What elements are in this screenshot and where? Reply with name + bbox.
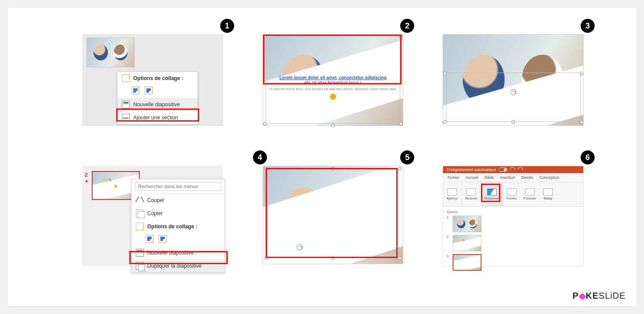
logo-p: P <box>572 291 578 300</box>
highlight-top-crop <box>263 35 402 84</box>
autosave-toggle[interactable] <box>499 167 507 172</box>
slide-canvas <box>263 166 404 264</box>
thumb-number: 1 <box>447 216 450 220</box>
transition-push-icon <box>525 188 535 195</box>
ribbon-apercu[interactable]: Aperçu <box>443 182 461 206</box>
bullet-dot-icon <box>114 185 117 188</box>
scissors-icon <box>136 196 144 204</box>
thumb-number: 3 <box>447 254 450 258</box>
ribbon-fondu[interactable]: Fondu <box>503 182 520 206</box>
highlight-morphose <box>481 184 500 202</box>
titlebar: Enregistrement automatique <box>443 166 583 173</box>
paste-options-icons <box>118 85 197 98</box>
transition-wipe-icon <box>543 188 553 195</box>
step-badge-4: 4 <box>253 150 267 164</box>
thumb-row-2[interactable]: 2 <box>447 235 580 251</box>
brand-logo: PKESLiDE <box>572 291 626 301</box>
copy-icon <box>136 209 144 217</box>
selection-outline <box>446 73 581 122</box>
step-4: 4 2 ★ Couper <box>82 166 223 284</box>
ribbon-aucune[interactable]: Aucune <box>462 182 481 206</box>
resize-handle[interactable] <box>580 120 583 124</box>
step-3: 3 <box>443 34 584 153</box>
ribbon-fondu-label: Fondu <box>506 196 516 200</box>
slide-canvas <box>443 34 584 126</box>
logo-diamond-icon <box>578 293 586 300</box>
resize-handle[interactable] <box>263 122 267 126</box>
preview-icon <box>447 188 457 195</box>
clipboard-icon <box>122 74 130 82</box>
clipboard-icon <box>136 223 144 230</box>
paste-options-label: Options de collage : <box>147 223 197 230</box>
step-badge-2: 2 <box>400 19 414 33</box>
ribbon-pousser[interactable]: Pousser <box>520 182 540 206</box>
highlight-duplicate <box>129 251 228 264</box>
transition-fade-icon <box>507 188 516 195</box>
thumb-number: 2 <box>447 235 450 239</box>
step-2: 2 Lorem ipsum dolor sit amet, consectetu… <box>263 34 404 153</box>
thumb-row-3[interactable]: 3 <box>447 254 580 271</box>
step-badge-3: 3 <box>581 19 595 33</box>
cut-label: Couper <box>147 197 164 203</box>
menu-search-row <box>132 179 225 194</box>
ribbon-balay-label: Balay <box>544 196 552 200</box>
redo-icon[interactable] <box>517 166 524 174</box>
undo-icon[interactable] <box>509 166 516 174</box>
thumb-row-1[interactable]: 1 <box>447 216 580 232</box>
ribbon-tabs: Fichier Accueil iSlide Insertion Dessin … <box>443 173 583 182</box>
thumb-photo <box>453 216 481 232</box>
side-label: Aperçu <box>447 210 580 214</box>
paste-picture-icon[interactable] <box>159 235 166 243</box>
slide-panel: Aperçu 1 2 3 <box>443 207 583 266</box>
rotate-handle-icon[interactable] <box>510 89 516 95</box>
copy-label: Copier <box>147 210 163 216</box>
paste-options-label: Options de collage : <box>133 75 184 81</box>
resize-handle[interactable] <box>331 124 335 127</box>
autosave-label: Enregistrement automatique <box>447 167 496 172</box>
slide-thumbnail[interactable] <box>87 38 135 67</box>
logo-ke: KE <box>586 291 599 300</box>
step-5: 5 <box>263 166 404 284</box>
step-badge-1: 1 <box>220 19 234 33</box>
paste-keep-source-icon[interactable] <box>132 87 139 94</box>
new-slide-icon <box>122 101 130 108</box>
step-badge-5: 5 <box>400 150 414 164</box>
new-slide-label: Nouvelle diapositive <box>133 101 180 108</box>
step-6: 6 Enregistrement automatique Fichier Acc… <box>443 166 584 284</box>
ribbon-aucune-label: Aucune <box>465 196 477 200</box>
ribbon-balay[interactable]: Balay <box>540 182 556 206</box>
slide-number: 2 <box>85 172 88 178</box>
cut-item[interactable]: Couper <box>132 194 225 207</box>
step-badge-6: 6 <box>581 150 595 164</box>
tab-fichier[interactable]: Fichier <box>447 174 460 181</box>
resize-handle[interactable] <box>512 120 515 124</box>
highlight-new-slide <box>116 108 199 122</box>
transition-none-icon <box>466 188 476 195</box>
paste-options-row: Options de collage : <box>132 220 225 233</box>
ribbon-apercu-label: Aperçu <box>447 196 457 200</box>
paste-picture-icon[interactable] <box>145 87 152 94</box>
powerpoint-window: Enregistrement automatique Fichier Accue… <box>443 166 584 266</box>
tab-dessin[interactable]: Dessin <box>520 174 534 181</box>
logo-slide: SLiDE <box>599 291 626 300</box>
slide-canvas: Lorem ipsum dolor sit amet, consectetur … <box>263 34 404 126</box>
step-1: 1 Options de collage : <box>82 34 223 153</box>
menu-search-input[interactable] <box>135 182 221 191</box>
tab-insertion[interactable]: Insertion <box>499 174 516 181</box>
tab-conception[interactable]: Conception <box>538 174 560 181</box>
paste-keep-source-icon[interactable] <box>145 235 153 243</box>
ribbon: Aperçu Aucune Morphose <box>443 182 583 207</box>
tutorial-card: 1 Options de collage : <box>8 8 636 306</box>
ribbon-pousser-label: Pousser <box>523 196 536 200</box>
copy-item[interactable]: Copier <box>132 207 225 220</box>
animation-indicator-icon: ★ <box>85 179 89 184</box>
tab-islide[interactable]: iSlide <box>483 174 495 181</box>
highlight-shape <box>266 168 397 258</box>
paste-options-icons <box>132 233 225 246</box>
paste-options-row: Options de collage : <box>118 72 197 85</box>
tab-accueil[interactable]: Accueil <box>464 174 479 181</box>
